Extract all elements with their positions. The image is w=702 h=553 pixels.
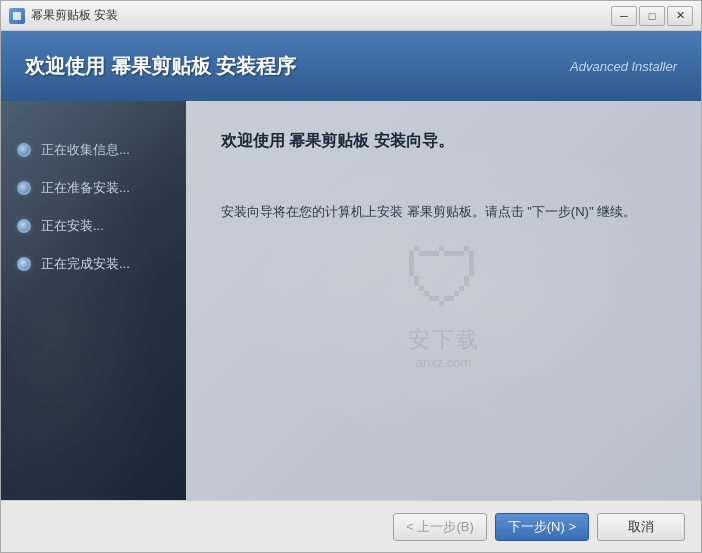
- cancel-button[interactable]: 取消: [597, 513, 685, 541]
- installer-header-title: 欢迎使用 幂果剪贴板 安装程序: [25, 53, 570, 80]
- installer-window: 幂果剪贴板 安装 ─ □ ✕ 欢迎使用 幂果剪贴板 安装程序 Advanced …: [0, 0, 702, 553]
- installer-body: 正在收集信息... 正在准备安装... 正在安装... 正在完成安装... 🛡 …: [1, 101, 701, 500]
- svg-rect-0: [13, 12, 21, 20]
- window-controls: ─ □ ✕: [611, 6, 693, 26]
- close-button[interactable]: ✕: [667, 6, 693, 26]
- watermark-icon: 🛡: [404, 232, 484, 324]
- maximize-button[interactable]: □: [639, 6, 665, 26]
- back-button[interactable]: < 上一步(B): [393, 513, 487, 541]
- sidebar-item-3: 正在完成安装...: [1, 245, 186, 283]
- content-body: 安装向导将在您的计算机上安装 幂果剪贴板。请点击 "下一步(N)" 继续。: [221, 200, 666, 223]
- sidebar-item-label-3: 正在完成安装...: [41, 255, 130, 273]
- window-icon: [9, 8, 25, 24]
- next-button[interactable]: 下一步(N) >: [495, 513, 589, 541]
- title-bar: 幂果剪贴板 安装 ─ □ ✕: [1, 1, 701, 31]
- sidebar-item-label-1: 正在准备安装...: [41, 179, 130, 197]
- content-area: 🛡 安下载 anxz.com 欢迎使用 幂果剪贴板 安装向导。 安装向导将在您的…: [186, 101, 701, 500]
- sidebar-bullet-1: [17, 181, 31, 195]
- watermark-url: anxz.com: [404, 354, 484, 369]
- sidebar-bullet-0: [17, 143, 31, 157]
- sidebar: 正在收集信息... 正在准备安装... 正在安装... 正在完成安装...: [1, 101, 186, 500]
- brand-label: Advanced Installer: [570, 59, 677, 74]
- watermark-text: 安下载: [404, 324, 484, 354]
- sidebar-item-2: 正在安装...: [1, 207, 186, 245]
- sidebar-bullet-2: [17, 219, 31, 233]
- installer-header: 欢迎使用 幂果剪贴板 安装程序 Advanced Installer: [1, 31, 701, 101]
- window-title: 幂果剪贴板 安装: [31, 7, 611, 24]
- sidebar-bullet-3: [17, 257, 31, 271]
- watermark: 🛡 安下载 anxz.com: [404, 232, 484, 369]
- content-title: 欢迎使用 幂果剪贴板 安装向导。: [221, 131, 666, 152]
- minimize-button[interactable]: ─: [611, 6, 637, 26]
- installer-footer: < 上一步(B) 下一步(N) > 取消: [1, 500, 701, 552]
- sidebar-item-label-0: 正在收集信息...: [41, 141, 130, 159]
- sidebar-item-label-2: 正在安装...: [41, 217, 104, 235]
- sidebar-item-0: 正在收集信息...: [1, 131, 186, 169]
- sidebar-item-1: 正在准备安装...: [1, 169, 186, 207]
